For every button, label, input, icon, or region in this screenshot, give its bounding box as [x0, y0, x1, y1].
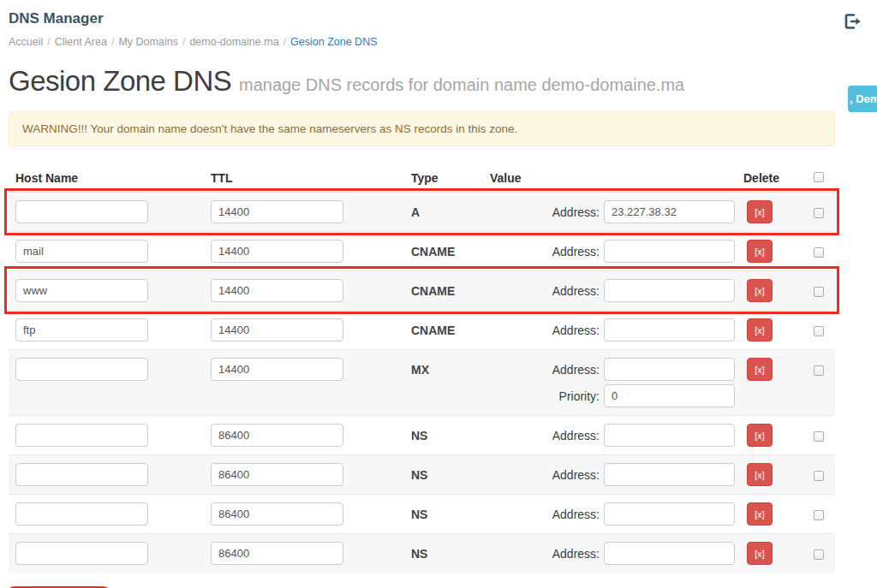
address-label: Address: — [552, 205, 600, 219]
address-input[interactable] — [604, 542, 735, 565]
select-all-checkbox[interactable] — [814, 172, 824, 182]
row-checkbox[interactable] — [814, 365, 824, 376]
dns-record-row: MX Address: Priority: [x] — [9, 349, 835, 415]
ttl-input[interactable] — [211, 424, 343, 447]
address-label: Address: — [552, 429, 600, 442]
row-checkbox[interactable] — [814, 471, 824, 481]
address-input[interactable] — [604, 240, 735, 263]
priority-label: Priority: — [559, 389, 600, 403]
host-name-input[interactable] — [15, 240, 148, 263]
priority-line: Priority: — [483, 384, 735, 407]
address-input[interactable] — [604, 200, 735, 223]
priority-input[interactable] — [604, 384, 735, 407]
record-type-label: MX — [411, 363, 429, 377]
breadcrumb-separator: / — [111, 36, 114, 48]
address-line: Address: — [483, 318, 735, 342]
dns-record-row: NS Address: [x] — [9, 533, 835, 573]
address-line: Address: — [483, 240, 735, 263]
ttl-input[interactable] — [211, 200, 343, 223]
breadcrumb-separator: / — [182, 36, 185, 48]
address-input[interactable] — [604, 279, 735, 302]
host-name-input[interactable] — [15, 200, 148, 223]
address-input[interactable] — [604, 502, 735, 526]
address-line: Address: — [483, 358, 735, 381]
row-checkbox[interactable] — [814, 247, 824, 258]
record-type-label: NS — [411, 508, 427, 521]
delete-record-button[interactable]: [x] — [747, 240, 773, 263]
address-line: Address: — [483, 279, 735, 302]
ttl-input[interactable] — [211, 279, 343, 302]
row-checkbox[interactable] — [814, 287, 824, 297]
host-name-input[interactable] — [15, 424, 148, 447]
header-value: Value — [483, 171, 735, 185]
address-line: Address: — [483, 542, 735, 565]
delete-record-button[interactable]: [x] — [747, 502, 773, 526]
address-label: Address: — [552, 547, 600, 561]
address-label: Address: — [552, 363, 600, 377]
address-line: Address: — [483, 502, 735, 526]
host-name-input[interactable] — [15, 463, 148, 486]
address-input[interactable] — [604, 424, 735, 447]
delete-record-button[interactable]: [x] — [747, 542, 773, 565]
delete-record-button[interactable]: [x] — [747, 279, 773, 302]
address-line: Address: — [483, 424, 735, 447]
row-checkbox[interactable] — [814, 326, 824, 336]
ttl-input[interactable] — [211, 240, 343, 263]
address-label: Address: — [552, 245, 600, 258]
ttl-input[interactable] — [211, 463, 343, 486]
header-ttl: TTL — [204, 171, 404, 185]
ttl-input[interactable] — [211, 358, 343, 381]
dns-record-row: CNAME Address: [x] — [9, 270, 835, 310]
header-type: Type — [404, 171, 483, 185]
record-type-label: NS — [411, 547, 427, 561]
breadcrumb-item[interactable]: demo-domaine.ma — [189, 36, 278, 48]
ttl-input[interactable] — [211, 542, 343, 565]
host-name-input[interactable] — [15, 358, 148, 381]
row-checkbox[interactable] — [814, 549, 824, 560]
address-input[interactable] — [604, 318, 735, 342]
dns-record-row: CNAME Address: [x] — [9, 231, 835, 270]
host-name-input[interactable] — [15, 502, 148, 526]
breadcrumb-item[interactable]: Gesion Zone DNS — [290, 36, 377, 48]
host-name-input[interactable] — [15, 279, 148, 302]
ttl-input[interactable] — [211, 318, 343, 342]
breadcrumb: Accueil/Client Area/My Domains/demo-doma… — [9, 36, 835, 48]
address-input[interactable] — [604, 463, 735, 486]
table-header-row: Host Name TTL Type Value Delete — [9, 169, 835, 193]
host-name-input[interactable] — [15, 542, 148, 565]
dns-record-row: CNAME Address: [x] — [9, 310, 835, 349]
row-checkbox[interactable] — [814, 208, 824, 218]
breadcrumb-separator: / — [283, 36, 286, 48]
delete-record-button[interactable]: [x] — [747, 358, 773, 381]
breadcrumb-item[interactable]: Accueil — [9, 36, 43, 48]
address-line: Address: — [483, 463, 735, 486]
delete-record-button[interactable]: [x] — [747, 463, 773, 486]
ttl-input[interactable] — [211, 502, 343, 526]
address-label: Address: — [552, 468, 600, 482]
dns-record-row: NS Address: [x] — [9, 494, 835, 533]
address-line: Address: — [483, 200, 735, 223]
delete-record-button[interactable]: [x] — [747, 424, 773, 447]
warning-text: WARNING!!! Your domain name doesn't have… — [22, 122, 517, 135]
section-heading: Gesion Zone DNS manage DNS records for d… — [9, 65, 835, 98]
section-heading-subtitle: manage DNS records for domain name demo-… — [239, 75, 684, 94]
dns-record-row: A Address: [x] — [9, 193, 835, 231]
nameserver-warning-alert: WARNING!!! Your domain name doesn't have… — [9, 111, 835, 146]
breadcrumb-item[interactable]: Client Area — [55, 36, 107, 48]
demo-side-tab[interactable]: , Dem — [848, 86, 877, 112]
delete-record-button[interactable]: [x] — [747, 200, 773, 223]
record-type-label: CNAME — [411, 245, 455, 258]
page-title: DNS Manager — [9, 0, 835, 27]
logout-icon[interactable] — [844, 14, 862, 29]
address-label: Address: — [552, 324, 600, 337]
dns-table-body: A Address: [x] CNAME Address: [x] CNAME — [9, 193, 835, 573]
record-type-label: NS — [411, 468, 427, 482]
address-label: Address: — [552, 284, 600, 298]
breadcrumb-item[interactable]: My Domains — [118, 36, 177, 48]
breadcrumb-separator: / — [47, 36, 50, 48]
address-input[interactable] — [604, 358, 735, 381]
row-checkbox[interactable] — [814, 431, 824, 442]
delete-record-button[interactable]: [x] — [747, 318, 773, 342]
host-name-input[interactable] — [15, 318, 148, 342]
row-checkbox[interactable] — [814, 510, 824, 520]
